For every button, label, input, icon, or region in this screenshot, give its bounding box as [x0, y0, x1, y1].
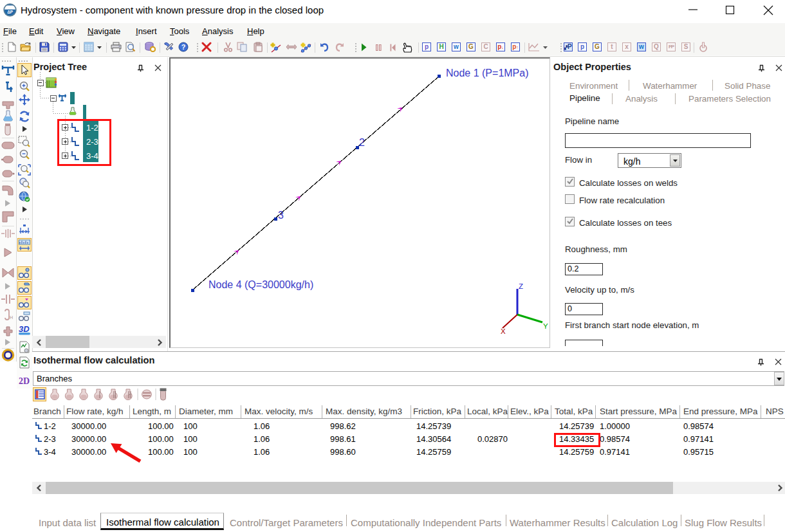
- svg-text:Node 1 (P=1MPa): Node 1 (P=1MPa): [446, 68, 529, 78]
- svg-text:2-3: 2-3: [86, 137, 98, 147]
- svg-text:Y: Y: [543, 322, 548, 330]
- svg-text:2D: 2D: [19, 376, 30, 386]
- svg-text:3-4: 3-4: [86, 151, 98, 161]
- svg-text:3D: 3D: [19, 324, 30, 334]
- svg-text:1-2: 1-2: [86, 123, 98, 133]
- svg-text:Node 4 (Q=30000kg/h): Node 4 (Q=30000kg/h): [208, 279, 313, 290]
- svg-text:X: X: [501, 327, 506, 335]
- svg-text:3: 3: [278, 210, 284, 221]
- svg-text:H: H: [10, 315, 13, 320]
- svg-text:?: ?: [181, 43, 186, 51]
- svg-text:ΔP: ΔP: [7, 10, 14, 14]
- svg-text:2: 2: [359, 137, 365, 148]
- svg-text:Z: Z: [519, 282, 523, 290]
